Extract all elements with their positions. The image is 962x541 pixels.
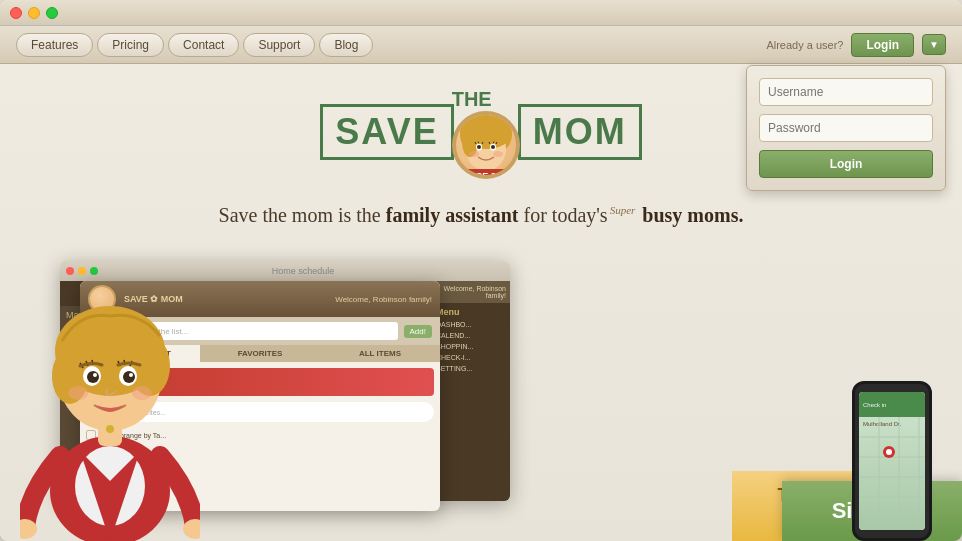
welcome-text: Welcome, Robinson family! xyxy=(434,285,506,299)
nav-right: Already a user? Login ▼ Login xyxy=(766,33,946,57)
svg-point-29 xyxy=(93,373,97,377)
svg-point-24 xyxy=(130,336,170,396)
svg-point-30 xyxy=(129,373,133,377)
nav-blog[interactable]: Blog xyxy=(319,33,373,57)
svg-point-31 xyxy=(68,386,88,400)
svg-point-14 xyxy=(469,151,479,157)
nav-pricing[interactable]: Pricing xyxy=(97,33,164,57)
already-user-label: Already a user? xyxy=(766,39,843,51)
logo-face-avatar: SINCE 2011 xyxy=(452,111,520,179)
login-dropdown: Login xyxy=(746,65,946,191)
window-chrome: Features Pricing Contact Support Blog Al… xyxy=(0,0,962,541)
logo-save-text: SAVE xyxy=(320,104,453,160)
nav-links: Features Pricing Contact Support Blog xyxy=(16,33,373,57)
since-badge: SINCE 2011 xyxy=(453,169,519,179)
add-item-button[interactable]: Add! xyxy=(404,325,432,338)
svg-point-7 xyxy=(491,145,495,149)
svg-point-6 xyxy=(477,145,481,149)
nav-support[interactable]: Support xyxy=(243,33,315,57)
tagline-middle: for today's xyxy=(519,204,608,226)
app-right-header: Welcome, Robinson family! xyxy=(430,281,510,303)
tagline-bold: family assistant xyxy=(386,204,519,226)
tab-favorites[interactable]: FAVORITES xyxy=(200,345,320,362)
tagline-suffix: busy moms. xyxy=(637,204,743,226)
svg-point-15 xyxy=(493,151,503,157)
menu-item[interactable]: SETTING... xyxy=(430,363,510,374)
traffic-lights xyxy=(10,7,58,19)
username-input[interactable] xyxy=(759,78,933,106)
login-button[interactable]: Login xyxy=(851,33,914,57)
svg-point-42 xyxy=(886,449,892,455)
nav-bar: Features Pricing Contact Support Blog Al… xyxy=(0,26,962,64)
menu-label: Menu xyxy=(430,303,510,319)
tagline-area: Save the mom is the family assistant for… xyxy=(0,189,962,237)
nav-features[interactable]: Features xyxy=(16,33,93,57)
menu-item[interactable]: CHECK-I... xyxy=(430,352,510,363)
nav-contact[interactable]: Contact xyxy=(168,33,239,57)
menu-item[interactable]: SHOPPIN... xyxy=(430,341,510,352)
login-submit-button[interactable]: Login xyxy=(759,150,933,178)
tagline-prefix: Save the mom is the xyxy=(219,204,386,226)
svg-point-28 xyxy=(123,371,135,383)
phone-map: Mulholland Dr. xyxy=(859,417,925,530)
phone-screen-header: Check in xyxy=(859,392,925,417)
password-input[interactable] xyxy=(759,114,933,142)
tab-all-items[interactable]: ALL ITEMS xyxy=(320,345,440,362)
logo-container: SAVE THE xyxy=(320,84,641,179)
title-bar xyxy=(0,0,962,26)
shopping-welcome: Welcome, Robinson family! xyxy=(335,295,432,304)
svg-point-33 xyxy=(106,425,114,433)
phone-app-name: Check in xyxy=(863,402,886,408)
logo-the-text: THE xyxy=(452,88,492,111)
dropdown-arrow-icon[interactable]: ▼ xyxy=(922,34,946,55)
screenshot-area: Home schedule SAVE ✿ MOM May 2011 Dashbo… xyxy=(0,261,962,541)
maximize-button[interactable] xyxy=(46,7,58,19)
menu-item[interactable]: CALEND... xyxy=(430,330,510,341)
app-right-panel: Welcome, Robinson family! Menu DASHBO...… xyxy=(430,281,510,501)
svg-point-27 xyxy=(87,371,99,383)
tagline-super: Super xyxy=(610,204,636,216)
phone-mockup: Check in Mulholland Dr. xyxy=(852,381,932,541)
close-button[interactable] xyxy=(10,7,22,19)
menu-item[interactable]: DASHBO... xyxy=(430,319,510,330)
phone-screen: Check in Mulholland Dr. xyxy=(859,392,925,530)
tagline-text: Save the mom is the family assistant for… xyxy=(0,204,962,227)
character-illustration xyxy=(20,261,200,541)
minimize-button[interactable] xyxy=(28,7,40,19)
svg-point-32 xyxy=(132,386,152,400)
logo-mom-text: MOM xyxy=(518,104,642,160)
